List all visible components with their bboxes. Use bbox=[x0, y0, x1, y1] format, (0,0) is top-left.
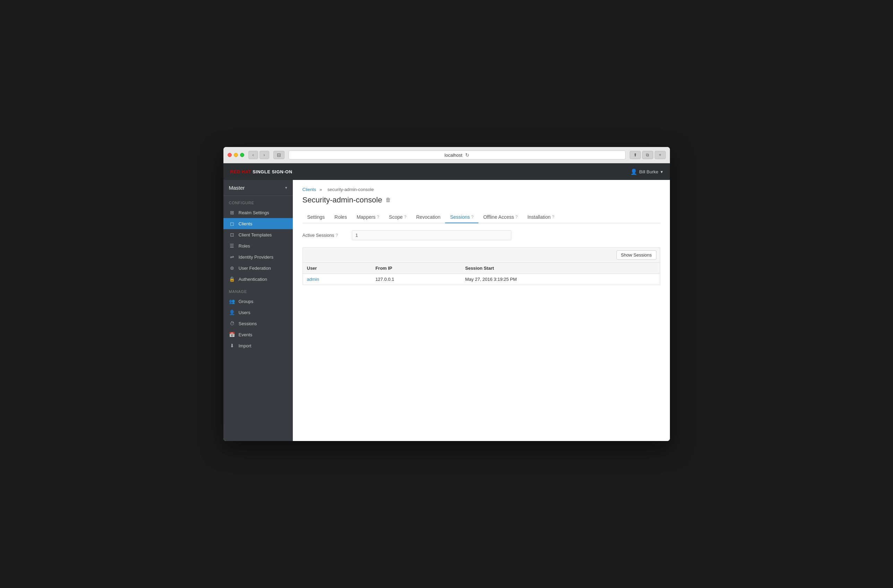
sidebar-item-label: Authentication bbox=[239, 277, 267, 282]
address-text: localhost bbox=[444, 153, 462, 158]
app-container: RED HAT SINGLE SIGN-ON 👤 Bill Burke ▾ Ma… bbox=[223, 163, 670, 441]
manage-section-label: Manage bbox=[223, 285, 293, 296]
sidebar-item-import[interactable]: ⬇ Import bbox=[223, 340, 293, 351]
events-icon: 📅 bbox=[229, 332, 235, 338]
form-section: Active Sessions ? 1 bbox=[302, 230, 660, 240]
sidebar-item-label: Sessions bbox=[239, 321, 257, 326]
brand-red: RED HAT bbox=[230, 169, 251, 174]
tab-installation[interactable]: Installation ? bbox=[522, 212, 559, 223]
sessions-table: User From IP Session Start admin127.0.0.… bbox=[302, 262, 660, 285]
tab-scope[interactable]: Scope ? bbox=[384, 212, 411, 223]
authentication-icon: 🔒 bbox=[229, 276, 235, 282]
user-caret-icon: ▾ bbox=[660, 169, 663, 174]
sidebar-item-user-federation[interactable]: ⊚ User Federation bbox=[223, 262, 293, 273]
installation-help-icon: ? bbox=[552, 214, 555, 219]
delete-client-icon[interactable]: 🗑 bbox=[385, 197, 391, 203]
sidebar-item-users[interactable]: 👤 Users bbox=[223, 307, 293, 318]
table-row: admin127.0.0.1May 27, 2016 3:19:25 PM bbox=[302, 274, 660, 285]
tab-mappers[interactable]: Mappers ? bbox=[352, 212, 384, 223]
tab-sessions[interactable]: Sessions ? bbox=[445, 212, 478, 223]
user-link[interactable]: admin bbox=[307, 277, 319, 282]
forward-button[interactable]: › bbox=[260, 151, 269, 159]
close-button[interactable] bbox=[228, 153, 232, 157]
roles-icon: ☰ bbox=[229, 243, 235, 249]
from-ip-cell: 127.0.0.1 bbox=[371, 274, 461, 285]
breadcrumb: Clients » security-admin-console bbox=[302, 187, 660, 192]
duplicate-button[interactable]: ⧉ bbox=[642, 151, 653, 159]
sidebar: Master ▾ Configure ⊞ Realm Settings ◻ Cl… bbox=[223, 180, 293, 441]
users-icon: 👤 bbox=[229, 310, 235, 315]
sidebar-item-identity-providers[interactable]: ⇌ Identity Providers bbox=[223, 251, 293, 262]
minimize-button[interactable] bbox=[234, 153, 238, 157]
realm-settings-icon: ⊞ bbox=[229, 210, 235, 215]
sessions-help-icon: ? bbox=[471, 214, 474, 219]
sidebar-item-realm-settings[interactable]: ⊞ Realm Settings bbox=[223, 207, 293, 218]
tab-revocation[interactable]: Revocation bbox=[411, 212, 445, 223]
sidebar-item-label: Import bbox=[239, 343, 251, 348]
breadcrumb-clients-link[interactable]: Clients bbox=[302, 187, 316, 192]
address-bar[interactable]: localhost ↻ bbox=[289, 150, 625, 159]
col-from-ip: From IP bbox=[371, 263, 461, 274]
realm-caret-icon: ▾ bbox=[285, 186, 287, 190]
sidebar-toggle-button[interactable]: ⊟ bbox=[274, 151, 284, 159]
share-button[interactable]: ⬆ bbox=[630, 151, 641, 159]
realm-selector[interactable]: Master ▾ bbox=[223, 180, 293, 196]
sidebar-item-label: Realm Settings bbox=[239, 210, 269, 215]
import-icon: ⬇ bbox=[229, 343, 235, 348]
realm-name: Master bbox=[229, 185, 245, 190]
col-user: User bbox=[302, 263, 371, 274]
session-start-cell: May 27, 2016 3:19:25 PM bbox=[461, 274, 660, 285]
refresh-icon[interactable]: ↻ bbox=[465, 152, 469, 158]
identity-providers-icon: ⇌ bbox=[229, 254, 235, 260]
browser-chrome: ‹ › ⊟ localhost ↻ ⬆ ⧉ + bbox=[223, 147, 670, 163]
new-tab-button[interactable]: + bbox=[655, 151, 666, 159]
sidebar-item-label: Roles bbox=[239, 243, 250, 249]
active-sessions-row: Active Sessions ? 1 bbox=[302, 230, 660, 240]
sidebar-item-label: Identity Providers bbox=[239, 255, 274, 260]
breadcrumb-separator: » bbox=[320, 187, 322, 192]
active-sessions-value: 1 bbox=[352, 230, 511, 240]
user-federation-icon: ⊚ bbox=[229, 265, 235, 271]
sidebar-item-label: Clients bbox=[239, 221, 253, 226]
browser-window: ‹ › ⊟ localhost ↻ ⬆ ⧉ + RED HAT SINGLE S… bbox=[223, 147, 670, 441]
nav-buttons: ‹ › bbox=[248, 151, 269, 159]
show-sessions-button[interactable]: Show Sessions bbox=[616, 250, 656, 260]
tab-offline-access[interactable]: Offline Access ? bbox=[478, 212, 522, 223]
maximize-button[interactable] bbox=[240, 153, 244, 157]
col-session-start: Session Start bbox=[461, 263, 660, 274]
active-sessions-label: Active Sessions ? bbox=[302, 232, 347, 238]
sidebar-item-label: Users bbox=[239, 310, 251, 315]
tab-roles[interactable]: Roles bbox=[329, 212, 352, 223]
browser-actions: ⬆ ⧉ + bbox=[630, 151, 666, 159]
tab-bar: Settings Roles Mappers ? Scope ? Revocat bbox=[302, 212, 660, 223]
sessions-icon: ⏱ bbox=[229, 321, 235, 326]
sidebar-item-label: Groups bbox=[239, 299, 254, 304]
traffic-lights bbox=[228, 153, 244, 157]
back-button[interactable]: ‹ bbox=[248, 151, 258, 159]
main-layout: Master ▾ Configure ⊞ Realm Settings ◻ Cl… bbox=[223, 180, 670, 441]
tab-settings[interactable]: Settings bbox=[302, 212, 330, 223]
breadcrumb-current: security-admin-console bbox=[328, 187, 374, 192]
sidebar-item-clients[interactable]: ◻ Clients bbox=[223, 218, 293, 229]
page-title: Security-admin-console 🗑 bbox=[302, 195, 660, 204]
active-sessions-help-icon: ? bbox=[335, 233, 338, 238]
groups-icon: 👥 bbox=[229, 298, 235, 304]
sidebar-item-client-templates[interactable]: ⊡ Client Templates bbox=[223, 229, 293, 240]
sidebar-item-roles[interactable]: ☰ Roles bbox=[223, 240, 293, 251]
table-toolbar: Show Sessions bbox=[302, 247, 660, 262]
main-content: Clients » security-admin-console Securit… bbox=[293, 180, 670, 441]
sidebar-item-sessions[interactable]: ⏱ Sessions bbox=[223, 318, 293, 329]
username-label: Bill Burke bbox=[639, 169, 658, 174]
mappers-help-icon: ? bbox=[377, 214, 379, 219]
sidebar-item-label: Events bbox=[239, 332, 253, 338]
sidebar-item-authentication[interactable]: 🔒 Authentication bbox=[223, 273, 293, 285]
clients-icon: ◻ bbox=[229, 221, 235, 226]
configure-section-label: Configure bbox=[223, 196, 293, 207]
sidebar-item-label: User Federation bbox=[239, 266, 271, 271]
top-nav: RED HAT SINGLE SIGN-ON 👤 Bill Burke ▾ bbox=[223, 163, 670, 180]
client-templates-icon: ⊡ bbox=[229, 232, 235, 237]
offline-access-help-icon: ? bbox=[515, 214, 518, 219]
sidebar-item-events[interactable]: 📅 Events bbox=[223, 329, 293, 340]
sidebar-item-groups[interactable]: 👥 Groups bbox=[223, 296, 293, 307]
user-menu[interactable]: 👤 Bill Burke ▾ bbox=[630, 168, 663, 175]
